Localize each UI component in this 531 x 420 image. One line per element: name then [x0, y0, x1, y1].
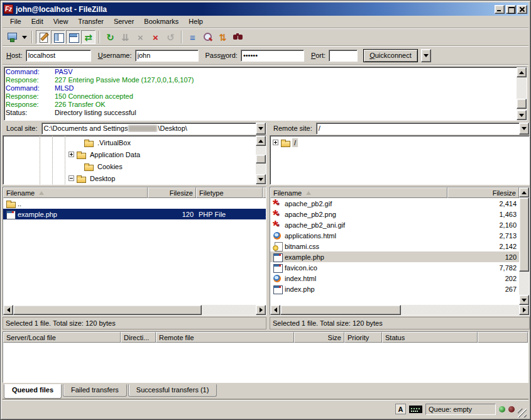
title-bar[interactable]: Fz john@localhost - FileZilla [3, 3, 528, 16]
toolbar-separator [99, 31, 100, 43]
column-header[interactable]: Server/Local file [3, 332, 121, 343]
file-row[interactable]: apache_pb2.gif 2,414 [270, 198, 519, 209]
scroll-up-icon[interactable] [517, 67, 527, 77]
column-header[interactable]: Last modified [263, 187, 266, 198]
file-row[interactable]: apache_pb2_ani.gif 2,160 [270, 219, 519, 230]
column-header[interactable]: Directi... [121, 332, 156, 343]
remote-site-dropdown-button[interactable] [519, 123, 529, 135]
tab-successful-transfers[interactable]: Successful transfers (1) [128, 384, 217, 397]
resize-grip[interactable] [518, 409, 527, 417]
transfer-type-indicator-icon[interactable]: A [395, 404, 406, 414]
quickconnect-dropdown-button[interactable] [421, 49, 431, 62]
scroll-up-icon[interactable] [256, 136, 266, 146]
tree-item-virtualbox[interactable]: .VirtualBox [3, 136, 256, 148]
synchronized-browsing-icon[interactable]: ⇅ [216, 30, 230, 44]
column-header[interactable]: Priority [344, 332, 382, 343]
directory-filters-icon[interactable]: ≡ [185, 30, 200, 44]
column-header[interactable]: Remote file [156, 332, 294, 343]
password-input[interactable] [241, 50, 304, 62]
compare-directories-icon[interactable] [200, 30, 215, 44]
scroll-right-icon[interactable] [256, 305, 266, 315]
scroll-down-icon[interactable] [256, 174, 266, 184]
file-row[interactable]: applications.html 2,713 [270, 230, 519, 241]
username-input[interactable] [135, 50, 199, 62]
column-header[interactable]: Filetype [196, 187, 263, 198]
remote-site-combo[interactable]: / [316, 123, 530, 135]
tree-item-cookies[interactable]: Cookies [3, 160, 256, 172]
minimize-button[interactable] [495, 5, 505, 14]
toggle-queue-icon[interactable]: ⇄ [81, 30, 96, 44]
scroll-thumb[interactable] [519, 197, 529, 272]
toggle-remote-tree-icon[interactable] [66, 30, 80, 44]
column-header[interactable]: Filesize [148, 187, 196, 198]
log-line: Command: PASV [6, 68, 515, 76]
scroll-thumb[interactable] [256, 155, 266, 163]
scroll-right-icon[interactable] [519, 305, 529, 315]
reconnect-icon[interactable]: ↺ [163, 30, 178, 44]
speed-limit-icon[interactable] [409, 406, 422, 413]
disconnect-icon[interactable]: × [148, 30, 163, 44]
column-header[interactable]: Filesize [447, 187, 519, 198]
remote-file-list: Filename Filesize apache_pb2.gif 2,414 a… [270, 187, 530, 316]
quickconnect-button[interactable]: Quickconnect [363, 49, 418, 62]
file-row[interactable]: apache_pb2.png 1,463 [270, 209, 519, 219]
menu-help[interactable]: Help [183, 16, 208, 27]
toggle-local-tree-icon[interactable] [51, 30, 65, 44]
scroll-up-icon[interactable] [519, 187, 529, 197]
column-header[interactable]: Size [294, 332, 344, 343]
local-tree-scrollbar[interactable] [256, 136, 266, 184]
tree-expander-icon[interactable] [68, 175, 74, 181]
menu-transfer[interactable]: Transfer [73, 16, 109, 27]
file-row[interactable]: favicon.ico 7,782 [270, 262, 519, 273]
menu-file[interactable]: File [5, 16, 26, 27]
file-row[interactable]: index.php 267 [270, 284, 519, 294]
column-header[interactable]: Filename [3, 187, 148, 198]
column-header[interactable] [478, 332, 528, 343]
local-site-dropdown-button[interactable] [256, 123, 266, 135]
port-input[interactable] [329, 50, 358, 62]
scroll-thumb[interactable] [517, 99, 527, 109]
close-button[interactable] [517, 5, 527, 14]
host-input[interactable] [26, 50, 91, 62]
queue-list-area[interactable] [3, 343, 528, 382]
maximize-button[interactable] [506, 5, 516, 14]
site-manager-dropdown-button[interactable] [20, 30, 28, 44]
tree-item-desktop[interactable]: Desktop [3, 172, 256, 184]
scroll-thumb[interactable] [280, 305, 401, 315]
scroll-thumb[interactable] [13, 305, 202, 315]
tab-failed-transfers[interactable]: Failed transfers [63, 384, 127, 397]
tree-expander-icon[interactable] [68, 152, 74, 157]
cancel-operation-icon[interactable]: × [133, 30, 148, 44]
log-scrollbar[interactable] [517, 67, 527, 120]
column-header[interactable]: Status [382, 332, 478, 343]
remote-hscrollbar[interactable] [270, 305, 529, 315]
tab-queued-files[interactable]: Queued files [4, 384, 62, 399]
log-line: Response: 226 Transfer OK [6, 101, 515, 109]
scroll-left-icon[interactable] [3, 305, 13, 315]
tree-item-root[interactable]: / [270, 136, 529, 148]
site-manager-icon[interactable] [5, 30, 19, 44]
menu-view[interactable]: View [48, 16, 74, 27]
local-site-combo[interactable]: C:\Documents and Settings\Desktop\ [41, 123, 266, 135]
file-row[interactable]: example.php 120 [270, 251, 519, 262]
tree-item-application-data[interactable]: Application Data [3, 148, 256, 160]
toggle-message-log-icon[interactable] [36, 30, 50, 44]
menu-server[interactable]: Server [109, 16, 139, 27]
file-row[interactable]: example.php 120 PHP File 1 [3, 209, 266, 219]
scroll-down-icon[interactable] [519, 295, 529, 305]
refresh-icon[interactable]: ↻ [103, 30, 118, 44]
menu-edit[interactable]: Edit [26, 16, 48, 27]
tree-expander-icon[interactable] [273, 140, 278, 145]
column-header[interactable]: Filename [270, 187, 447, 198]
scroll-down-icon[interactable] [517, 110, 527, 120]
remote-vscrollbar[interactable] [519, 187, 529, 305]
local-hscrollbar[interactable] [3, 305, 266, 315]
file-row[interactable]: bitnami.css 2,142 [270, 241, 519, 251]
file-row[interactable]: .. [3, 198, 266, 209]
scroll-left-icon[interactable] [270, 305, 280, 315]
remote-site-label: Remote site: [270, 124, 316, 132]
menu-bookmarks[interactable]: Bookmarks [139, 16, 183, 27]
process-queue-icon[interactable]: ⇊ [118, 30, 133, 44]
find-files-icon[interactable] [231, 30, 245, 44]
file-row[interactable]: index.html 202 [270, 273, 519, 284]
